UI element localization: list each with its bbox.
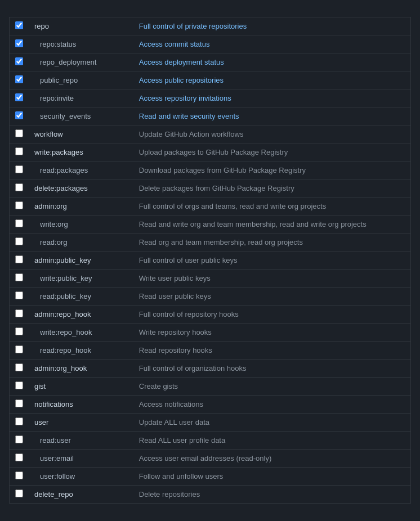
checkbox-public_repo[interactable]: [15, 75, 23, 83]
scope-desc-read_repo_hook: Read repository hooks: [133, 342, 411, 360]
scope-row-write_org: write:org Read and write org and team me…: [10, 215, 411, 233]
scope-row-write_packages: write:packages Upload packages to GitHub…: [10, 143, 411, 161]
checkbox-write_org[interactable]: [15, 219, 23, 227]
scope-name-user_follow: user:follow: [29, 468, 133, 486]
scope-name-read_user: read:user: [29, 432, 133, 450]
scope-row-admin_public_key: admin:public_key Full control of user pu…: [10, 251, 411, 270]
checkbox-delete_repo[interactable]: [15, 489, 23, 497]
scope-desc-repo_deployment: Access deployment status: [133, 53, 411, 71]
checkbox-read_packages[interactable]: [15, 165, 23, 173]
scope-row-write_public_key: write:public_key Write user public keys: [10, 270, 411, 288]
scope-name-write_public_key: write:public_key: [29, 270, 133, 288]
scope-desc-repo_status: Access commit status: [133, 35, 411, 53]
checkbox-gist[interactable]: [15, 381, 23, 389]
scope-name-security_events: security_events: [29, 107, 133, 125]
scope-desc-repo_invite: Access repository invitations: [133, 89, 411, 107]
scope-row-read_org: read:org Read org and team membership, r…: [10, 233, 411, 251]
scope-row-delete_packages: delete:packages Delete packages from Git…: [10, 179, 411, 197]
scope-desc-write_public_key: Write user public keys: [133, 270, 411, 288]
checkbox-read_public_key[interactable]: [15, 291, 23, 299]
scope-desc-user_email: Access user email addresses (read-only): [133, 450, 411, 468]
scope-row-notifications: notifications Access notifications: [10, 396, 411, 414]
scope-row-security_events: security_events Read and write security …: [10, 107, 411, 125]
checkbox-user_email[interactable]: [15, 453, 23, 461]
checkbox-workflow[interactable]: [15, 129, 23, 137]
scope-name-admin_org: admin:org: [29, 197, 133, 215]
scope-desc-user: Update ALL user data: [133, 414, 411, 432]
checkbox-repo_status[interactable]: [15, 39, 23, 47]
scope-row-user_follow: user:follow Follow and unfollow users: [10, 468, 411, 486]
checkbox-repo_invite[interactable]: [15, 93, 23, 101]
checkbox-admin_repo_hook[interactable]: [15, 309, 23, 317]
checkbox-repo_deployment[interactable]: [15, 57, 23, 65]
scope-name-notifications: notifications: [29, 396, 133, 414]
scope-name-write_org: write:org: [29, 215, 133, 233]
scope-name-write_repo_hook: write:repo_hook: [29, 324, 133, 342]
scope-name-delete_repo: delete_repo: [29, 486, 133, 504]
scope-desc-write_repo_hook: Write repository hooks: [133, 324, 411, 342]
scope-row-write_repo_hook: write:repo_hook Write repository hooks: [10, 324, 411, 342]
checkbox-security_events[interactable]: [15, 111, 23, 119]
scope-name-user: user: [29, 414, 133, 432]
scope-desc-write_packages: Upload packages to GitHub Package Regist…: [133, 143, 411, 161]
scope-desc-public_repo: Access public repositories: [133, 71, 411, 89]
scope-desc-read_packages: Download packages from GitHub Package Re…: [133, 161, 411, 179]
scope-desc-gist: Create gists: [133, 378, 411, 396]
scope-desc-read_user: Read ALL user profile data: [133, 432, 411, 450]
scope-name-admin_public_key: admin:public_key: [29, 251, 133, 270]
checkbox-admin_public_key[interactable]: [15, 255, 23, 263]
scope-name-admin_org_hook: admin:org_hook: [29, 360, 133, 378]
scope-name-read_public_key: read:public_key: [29, 288, 133, 306]
scope-row-repo_status: repo:status Access commit status: [10, 35, 411, 53]
scope-row-read_packages: read:packages Download packages from Git…: [10, 161, 411, 179]
scope-desc-notifications: Access notifications: [133, 396, 411, 414]
scope-desc-repo: Full control of private repositories: [133, 17, 411, 35]
checkbox-read_user[interactable]: [15, 435, 23, 443]
checkbox-delete_packages[interactable]: [15, 183, 23, 191]
scope-name-read_packages: read:packages: [29, 161, 133, 179]
scope-name-read_repo_hook: read:repo_hook: [29, 342, 133, 360]
scope-row-workflow: workflow Update GitHub Action workflows: [10, 125, 411, 143]
scope-row-repo_invite: repo:invite Access repository invitation…: [10, 89, 411, 107]
scope-desc-admin_org_hook: Full control of organization hooks: [133, 360, 411, 378]
checkbox-user_follow[interactable]: [15, 471, 23, 479]
scope-name-delete_packages: delete:packages: [29, 179, 133, 197]
scope-row-admin_org_hook: admin:org_hook Full control of organizat…: [10, 360, 411, 378]
scope-name-repo_status: repo:status: [29, 35, 133, 53]
checkbox-read_repo_hook[interactable]: [15, 345, 23, 353]
checkbox-user[interactable]: [15, 417, 23, 425]
scope-desc-delete_packages: Delete packages from GitHub Package Regi…: [133, 179, 411, 197]
scope-desc-admin_repo_hook: Full control of repository hooks: [133, 306, 411, 324]
checkbox-read_org[interactable]: [15, 237, 23, 245]
scope-name-workflow: workflow: [29, 125, 133, 143]
scope-name-admin_repo_hook: admin:repo_hook: [29, 306, 133, 324]
scope-desc-admin_org: Full control of orgs and teams, read and…: [133, 197, 411, 215]
checkbox-write_public_key[interactable]: [15, 273, 23, 281]
scope-desc-write_org: Read and write org and team membership, …: [133, 215, 411, 233]
checkbox-repo[interactable]: [15, 21, 23, 29]
scope-row-repo: repo Full control of private repositorie…: [10, 17, 411, 35]
scope-desc-user_follow: Follow and unfollow users: [133, 468, 411, 486]
checkbox-notifications[interactable]: [15, 399, 23, 407]
scope-desc-workflow: Update GitHub Action workflows: [133, 125, 411, 143]
checkbox-write_packages[interactable]: [15, 147, 23, 155]
scope-name-repo_deployment: repo_deployment: [29, 53, 133, 71]
scopes-table: repo Full control of private repositorie…: [9, 17, 411, 504]
checkbox-admin_org[interactable]: [15, 201, 23, 209]
scope-name-public_repo: public_repo: [29, 71, 133, 89]
scope-row-user_email: user:email Access user email addresses (…: [10, 450, 411, 468]
scope-desc-delete_repo: Delete repositories: [133, 486, 411, 504]
scope-row-user: user Update ALL user data: [10, 414, 411, 432]
scope-desc-admin_public_key: Full control of user public keys: [133, 251, 411, 270]
scope-desc-security_events: Read and write security events: [133, 107, 411, 125]
scope-name-repo: repo: [29, 17, 133, 35]
checkbox-admin_org_hook[interactable]: [15, 363, 23, 371]
scope-row-repo_deployment: repo_deployment Access deployment status: [10, 53, 411, 71]
checkbox-write_repo_hook[interactable]: [15, 327, 23, 335]
scope-name-gist: gist: [29, 378, 133, 396]
scope-desc-read_public_key: Read user public keys: [133, 288, 411, 306]
scope-row-read_repo_hook: read:repo_hook Read repository hooks: [10, 342, 411, 360]
scope-name-repo_invite: repo:invite: [29, 89, 133, 107]
scope-row-read_public_key: read:public_key Read user public keys: [10, 288, 411, 306]
scope-name-user_email: user:email: [29, 450, 133, 468]
